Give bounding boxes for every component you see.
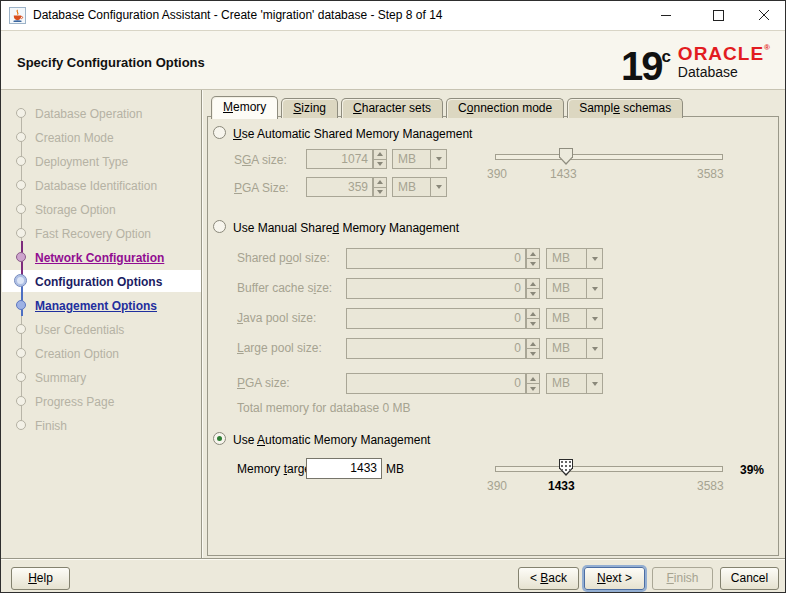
shared-pool-size-label: Shared pool size: xyxy=(237,251,330,265)
java-pool-unit-select: MB xyxy=(546,308,603,329)
step-bullet xyxy=(16,108,26,118)
spinner-up-icon xyxy=(373,177,387,188)
step-bullet xyxy=(16,156,26,166)
tab-sample-schemas[interactable]: Sample schemas xyxy=(567,98,683,118)
buffer-cache-size-field: 0 xyxy=(346,278,526,299)
pga-unit-select: MB xyxy=(392,177,447,197)
tab-connection-mode[interactable]: Connection mode xyxy=(446,98,564,118)
tab-character-sets[interactable]: Character sets xyxy=(341,98,443,118)
sidebar-step-network-configuration[interactable]: Network Configuration xyxy=(1,248,201,268)
sidebar-step-management-options[interactable]: Management Options xyxy=(1,296,201,316)
memory-percent-value: 39% xyxy=(740,463,764,477)
sga-slider-track xyxy=(495,154,723,160)
buffer-cache-size-label: Buffer cache size: xyxy=(237,281,332,295)
step-bullet xyxy=(14,274,27,287)
oracle-19c-logo: 19c ORACLE® Database xyxy=(621,38,771,84)
large-pool-size-stepper xyxy=(526,338,540,359)
sidebar-step-creation-mode: Creation Mode xyxy=(1,128,201,148)
total-memory-text: Total memory for database 0 MB xyxy=(237,401,410,415)
sidebar-step-creation-option: Creation Option xyxy=(1,344,201,364)
step-bullet xyxy=(16,132,26,142)
tab-sizing[interactable]: Sizing xyxy=(281,98,338,118)
sga-size-field: 1074 xyxy=(306,149,373,169)
step-bullet xyxy=(16,180,26,190)
step-bullet xyxy=(16,372,26,382)
page-title: Specify Configuration Options xyxy=(17,55,205,70)
sidebar-step-database-identification: Database Identification xyxy=(1,176,201,196)
help-button[interactable]: Help xyxy=(11,567,70,590)
maximize-icon[interactable] xyxy=(699,1,737,30)
dropdown-arrow-icon xyxy=(586,279,602,298)
cancel-button[interactable]: Cancel xyxy=(720,567,779,590)
dbca-window: Database Configuration Assistant - Creat… xyxy=(0,0,786,593)
pga-size-manual-field: 0 xyxy=(346,373,526,394)
step-bullet xyxy=(16,300,26,310)
sidebar-step-finish: Finish xyxy=(1,416,201,436)
next-button[interactable]: Next > xyxy=(584,567,645,590)
java-pool-size-field: 0 xyxy=(346,308,526,329)
msmm-radio[interactable] xyxy=(213,220,226,233)
sidebar-step-configuration-options: Configuration Options xyxy=(1,272,201,292)
large-pool-unit-select: MB xyxy=(546,338,603,359)
sga-slider-current: 1433 xyxy=(550,167,577,181)
close-icon[interactable] xyxy=(745,1,783,30)
step-bullet xyxy=(16,348,26,358)
dropdown-arrow-icon xyxy=(430,150,446,168)
sidebar-step-progress-page: Progress Page xyxy=(1,392,201,412)
amm-slider-min: 390 xyxy=(487,479,507,493)
finish-button: Finish xyxy=(652,567,713,590)
dropdown-arrow-icon xyxy=(586,339,602,358)
sga-size-stepper xyxy=(373,149,387,169)
shared-pool-size-stepper xyxy=(526,248,540,269)
buffer-cache-size-stepper xyxy=(526,278,540,299)
amm-radio[interactable] xyxy=(213,432,226,445)
wizard-header: Specify Configuration Options 19c ORACLE… xyxy=(1,31,785,90)
spinner-down-icon xyxy=(526,319,540,329)
pga-size-stepper xyxy=(373,177,387,197)
sga-slider-max: 3583 xyxy=(697,167,724,181)
large-pool-size-label: Large pool size: xyxy=(237,341,322,355)
spinner-up-icon xyxy=(526,308,540,319)
spinner-up-icon xyxy=(373,149,387,160)
memory-target-slider-track[interactable] xyxy=(495,466,723,472)
spinner-up-icon xyxy=(526,248,540,259)
step-bullet xyxy=(16,228,26,238)
spinner-up-icon xyxy=(526,278,540,289)
sidebar-step-user-credentials: User Credentials xyxy=(1,320,201,340)
amm-radio-label[interactable]: Use Automatic Memory Management xyxy=(233,433,430,447)
asmm-radio-label[interactable]: Use Automatic Shared Memory Management xyxy=(233,127,472,141)
spinner-up-icon xyxy=(526,338,540,349)
dropdown-arrow-icon xyxy=(586,249,602,268)
sga-size-label: SGA size: xyxy=(234,153,287,167)
sidebar-divider-highlight xyxy=(202,90,203,558)
minimize-icon[interactable] xyxy=(647,1,685,30)
msmm-radio-label[interactable]: Use Manual Shared Memory Management xyxy=(233,221,459,235)
title-bar: Database Configuration Assistant - Creat… xyxy=(1,1,785,31)
spinner-down-icon xyxy=(526,289,540,299)
footer-separator-highlight xyxy=(1,559,785,560)
back-button[interactable]: < Back xyxy=(518,567,579,590)
sidebar-step-summary: Summary xyxy=(1,368,201,388)
step-bullet xyxy=(16,252,26,262)
spinner-down-icon xyxy=(526,259,540,269)
memory-target-input[interactable]: 1433 xyxy=(306,458,382,479)
java-icon xyxy=(9,7,26,24)
large-pool-size-field: 0 xyxy=(346,338,526,359)
dropdown-arrow-icon xyxy=(586,374,602,393)
step-bullet xyxy=(16,420,26,430)
pga-size-field: 359 xyxy=(306,177,373,197)
spinner-down-icon xyxy=(373,160,387,170)
dropdown-arrow-icon xyxy=(586,309,602,328)
sidebar-step-storage-option: Storage Option xyxy=(1,200,201,220)
pga-manual-unit-select: MB xyxy=(546,373,603,394)
amm-slider-current: 1433 xyxy=(548,479,575,493)
pga-size-label: PGA Size: xyxy=(234,181,289,195)
sidebar-step-database-operation: Database Operation xyxy=(1,104,201,124)
dropdown-arrow-icon xyxy=(430,178,446,196)
asmm-radio[interactable] xyxy=(213,126,226,139)
window-title: Database Configuration Assistant - Creat… xyxy=(33,1,442,30)
spinner-down-icon xyxy=(526,349,540,359)
tab-memory[interactable]: Memory xyxy=(211,96,278,119)
sga-unit-select: MB xyxy=(392,149,447,169)
java-pool-size-stepper xyxy=(526,308,540,329)
